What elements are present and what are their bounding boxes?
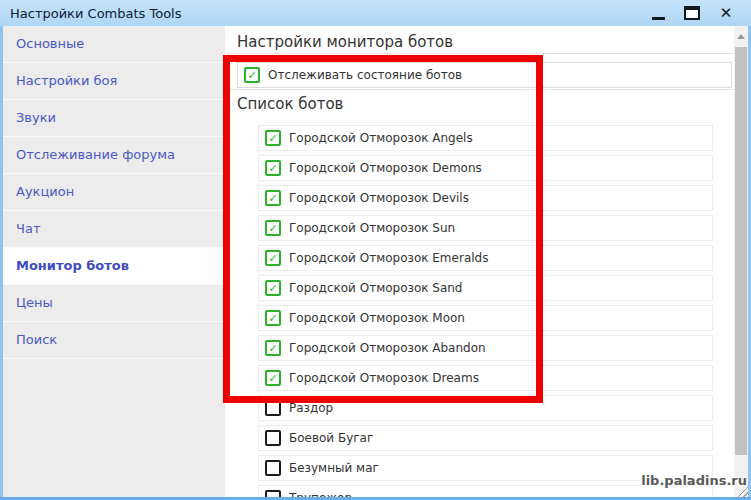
sidebar-item-4[interactable]: Отслеживание форума [3,137,225,174]
bot-row[interactable]: ✓Городской Отморозок Devils [258,185,713,211]
checkbox-checked-icon[interactable]: ✓ [265,160,281,176]
sidebar-item-label: Звуки [16,110,56,125]
bot-row[interactable]: ✓Городской Отморозок Emeralds [258,245,713,271]
scrollbar[interactable] [734,26,748,497]
checkbox-unchecked-icon[interactable] [265,490,281,497]
bot-row[interactable]: ✓Городской Отморозок Dreams [258,365,713,391]
close-icon: ✕ [720,6,733,21]
sidebar-nav: ОсновныеНастройки бояЗвукиОтслеживание ф… [3,26,225,497]
close-button[interactable]: ✕ [709,0,743,26]
bot-row[interactable]: ✓Городской Отморозок Abandon [258,335,713,361]
bot-row[interactable]: Раздор [258,395,713,421]
checkbox-unchecked-icon[interactable] [265,430,281,446]
sidebar-item-label: Чат [16,221,40,236]
bot-label: Раздор [289,401,333,415]
sidebar-item-label: Аукцион [16,184,74,199]
scroll-up-icon[interactable] [737,34,745,39]
window-controls: ✕ [641,0,743,26]
bot-label: Городской Отморозок Angels [289,131,473,145]
sidebar-item-2[interactable]: Настройки боя [3,63,225,100]
sidebar-item-label: Основные [16,36,84,51]
checkbox-checked-icon[interactable]: ✓ [265,220,281,236]
checkbox-unchecked-icon[interactable] [265,460,281,476]
divider-top [225,53,734,54]
bot-row[interactable]: ✓Городской Отморозок Demons [258,155,713,181]
scrollbar-thumb[interactable] [735,47,747,455]
bot-label: Трупожор [289,491,352,497]
bot-row[interactable]: Боевой Бугаг [258,425,713,451]
titlebar: Настройки Combats Tools ✕ [0,0,751,26]
checkbox-checked-icon[interactable]: ✓ [265,190,281,206]
bot-label: Городской Отморозок Emeralds [289,251,488,265]
bot-label: Городской Отморозок Moon [289,311,465,325]
bot-label: Безумный маг [289,461,379,475]
minimize-button[interactable] [641,0,675,26]
bot-list: ✓Городской Отморозок Angels✓Городской От… [258,125,713,497]
content-panel: Настройки монитора ботов ✓ Отслеживать с… [225,26,734,497]
window-title: Настройки Combats Tools [10,6,182,21]
sidebar-item-label: Настройки боя [16,73,117,88]
maximize-icon [684,6,700,20]
maximize-button[interactable] [675,0,709,26]
checkbox-checked-icon[interactable]: ✓ [265,370,281,386]
bot-label: Городской Отморозок Demons [289,161,482,175]
divider-list [225,89,734,90]
bot-label: Городской Отморозок Dreams [289,371,479,385]
bot-label: Городской Отморозок Abandon [289,341,486,355]
bot-row[interactable]: ✓Городской Отморозок Sand [258,275,713,301]
checkbox-checked-icon[interactable]: ✓ [265,130,281,146]
settings-window: Настройки Combats Tools ✕ ОсновныеНастро… [0,0,751,500]
bot-row[interactable]: ✓Городской Отморозок Moon [258,305,713,331]
watermark: lib.paladins.ru [641,473,747,488]
checkbox-checked-icon[interactable]: ✓ [265,280,281,296]
bot-label: Городской Отморозок Sand [289,281,462,295]
checkbox-checked-icon[interactable]: ✓ [265,340,281,356]
checkbox-checked-icon[interactable]: ✓ [265,250,281,266]
sidebar-item-label: Монитор ботов [16,258,129,273]
page-title: Настройки монитора ботов [237,33,453,51]
sidebar-item-9[interactable]: Поиск [3,322,225,359]
checkbox-checked-icon[interactable]: ✓ [244,67,260,83]
track-bots-checkbox-row[interactable]: ✓ Отслеживать состояние ботов [237,62,732,88]
checkbox-unchecked-icon[interactable] [265,400,281,416]
bot-row[interactable]: ✓Городской Отморозок Angels [258,125,713,151]
minimize-icon [652,17,665,20]
sidebar-item-label: Отслеживание форума [16,147,175,162]
sidebar-item-3[interactable]: Звуки [3,100,225,137]
bot-label: Городской Отморозок Sun [289,221,455,235]
bot-list-title: Список ботов [237,95,343,113]
track-bots-label: Отслеживать состояние ботов [268,68,462,82]
checkbox-checked-icon[interactable]: ✓ [265,310,281,326]
sidebar-item-label: Поиск [16,332,57,347]
sidebar-item-6[interactable]: Чат [3,211,225,248]
sidebar-item-7[interactable]: Монитор ботов [3,248,225,285]
sidebar-item-8[interactable]: Цены [3,285,225,322]
bot-row[interactable]: ✓Городской Отморозок Sun [258,215,713,241]
sidebar-item-5[interactable]: Аукцион [3,174,225,211]
sidebar-item-1[interactable]: Основные [3,26,225,63]
sidebar-item-label: Цены [16,295,53,310]
bot-label: Боевой Бугаг [289,431,373,445]
bot-label: Городской Отморозок Devils [289,191,469,205]
